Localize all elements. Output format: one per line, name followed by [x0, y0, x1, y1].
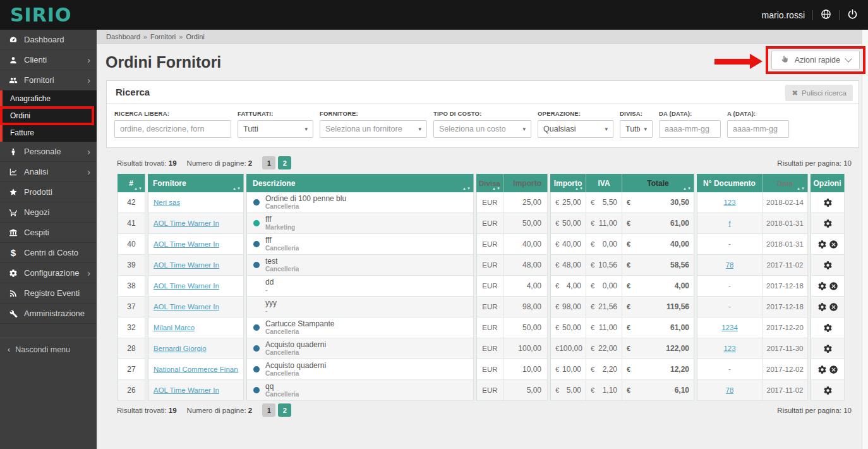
free-search-input[interactable]: [114, 120, 231, 138]
sidebar-item-label: Configurazione: [24, 268, 79, 278]
cell-opt: [811, 234, 845, 255]
sort-arrows-icon[interactable]: ▲▼: [683, 187, 692, 190]
invoiced-select[interactable]: Tutti▾: [238, 120, 313, 138]
scrollbar[interactable]: [862, 30, 868, 449]
cell-importo2: €10,00: [550, 359, 586, 380]
logout-power-button[interactable]: [847, 9, 858, 22]
supplier-link[interactable]: Milani Marco: [154, 324, 195, 331]
sidebar-subitem-anagrafiche[interactable]: Anagrafiche: [3, 90, 97, 108]
row-options-gear-icon[interactable]: [817, 240, 827, 249]
sidebar-item-clienti[interactable]: Clienti›: [0, 50, 97, 70]
sidebar-item-dashboard[interactable]: Dashboard: [0, 30, 97, 50]
row-options-gear-icon[interactable]: [823, 323, 833, 333]
currency-symbol: €: [627, 324, 630, 331]
row-options-gear-icon[interactable]: [823, 386, 833, 395]
sidebar-item-analisi[interactable]: Analisi›: [0, 162, 97, 182]
description-text: Cartucce StampanteCancelleria: [265, 319, 334, 336]
sidebar-subitem-fatture[interactable]: Fatture: [3, 125, 97, 142]
column-header-totale[interactable]: Totale▲▼: [622, 174, 694, 192]
sort-arrows-icon[interactable]: ▲▼: [462, 187, 471, 190]
row-delete-icon[interactable]: [829, 240, 838, 249]
sidebar-item-configurazione[interactable]: Configurazione›: [0, 263, 97, 283]
supplier-link[interactable]: Neri sas: [154, 199, 180, 206]
page-button-2[interactable]: 2: [278, 403, 291, 417]
cell-divisa: EUR: [476, 359, 503, 380]
cost-category: Cancelleria: [265, 349, 326, 357]
sidebar-item-prodotti[interactable]: Prodotti: [0, 182, 97, 202]
document-link[interactable]: 123: [723, 345, 735, 352]
supplier-select[interactable]: Seleziona un fornitore▾: [320, 120, 427, 138]
sort-arrows-icon[interactable]: ▲▼: [797, 187, 805, 190]
date-from-input[interactable]: [659, 120, 721, 138]
page-button-2[interactable]: 2: [278, 156, 291, 169]
cell-num: 37: [118, 297, 145, 317]
row-options-gear-icon[interactable]: [823, 198, 833, 207]
language-globe-button[interactable]: [821, 9, 831, 22]
clear-search-button[interactable]: ✖ Pulisci ricerca: [785, 85, 853, 101]
sidebar-item-amministrazione[interactable]: Amministrazione: [0, 304, 97, 324]
sort-arrows-icon[interactable]: ▲▼: [575, 187, 584, 190]
column-header-num[interactable]: #▲▼: [118, 174, 145, 192]
page-button-1[interactable]: 1: [262, 156, 275, 169]
cost-type-select[interactable]: Seleziona un costo▾: [433, 120, 531, 138]
sidebar-item-registro-eventi[interactable]: Registro Eventi: [0, 283, 97, 304]
sidebar-item-centri-di-costo[interactable]: $Centri di Costo: [0, 243, 97, 263]
supplier-link[interactable]: AOL Time Warner In: [154, 219, 219, 227]
row-delete-icon[interactable]: [829, 281, 838, 291]
supplier-link[interactable]: Bernardi Giorgio: [154, 345, 207, 352]
breadcrumb-item-dashboard[interactable]: Dashboard: [106, 33, 140, 40]
currency-symbol: €: [627, 303, 630, 311]
row-options-gear-icon[interactable]: [817, 365, 827, 374]
document-link[interactable]: 78: [726, 386, 734, 394]
document-link[interactable]: 1234: [721, 324, 738, 331]
breadcrumb-item-fornitori[interactable]: Fornitori: [150, 33, 176, 40]
table-row: 40AOL Time Warner InfffCancelleriaEUR40,…: [118, 234, 850, 255]
currency-symbol: €: [555, 261, 559, 269]
supplier-link[interactable]: National Commerce Financial Cor...: [154, 366, 238, 373]
document-link[interactable]: 123: [723, 199, 735, 206]
document-link[interactable]: f: [728, 219, 730, 227]
quick-actions-button[interactable]: Azioni rapide: [771, 51, 860, 70]
supplier-link[interactable]: AOL Time Warner In: [154, 240, 219, 248]
collapse-menu-button[interactable]: ‹ Nascondi menu: [0, 338, 97, 361]
row-options-gear-icon[interactable]: [823, 261, 833, 270]
currency-select[interactable]: Tutte▾: [620, 120, 653, 138]
sidebar-item-fornitori[interactable]: Fornitori›: [0, 70, 97, 90]
results-per-page: Risultati per pagina: 10: [777, 407, 852, 414]
row-options-gear-icon[interactable]: [817, 302, 827, 312]
sidebar-item-label: Clienti: [24, 55, 47, 65]
supplier-link[interactable]: AOL Time Warner In: [154, 386, 219, 394]
page-button-1[interactable]: 1: [262, 403, 275, 417]
row-options-gear-icon[interactable]: [823, 344, 833, 354]
supplier-link[interactable]: AOL Time Warner In: [154, 282, 219, 290]
sidebar-subitem-ordini[interactable]: Ordini: [3, 108, 97, 125]
column-header-divisa[interactable]: Divisa▲▼: [476, 174, 503, 192]
cell-date: 2017-11-30: [763, 338, 808, 359]
breadcrumb-item-ordini[interactable]: Ordini: [186, 33, 204, 40]
sort-arrows-icon[interactable]: ▲▼: [134, 187, 143, 190]
column-header-fornitore[interactable]: Fornitore▲▼: [148, 174, 244, 192]
row-options-gear-icon[interactable]: [817, 281, 827, 291]
column-header-descrizione[interactable]: Descrizione▲▼: [246, 174, 474, 192]
row-options-gear-icon[interactable]: [823, 219, 833, 228]
supplier-link[interactable]: AOL Time Warner In: [154, 303, 219, 311]
column-header-data[interactable]: Data▲▼: [763, 174, 808, 192]
description-title: Ordine di 100 penne blu: [265, 194, 346, 203]
sidebar-item-personale[interactable]: Personale›: [0, 142, 97, 162]
cell-iva: €21,56: [586, 297, 622, 317]
row-delete-icon[interactable]: [829, 302, 838, 312]
document-link[interactable]: 78: [726, 261, 734, 269]
column-header-importo[interactable]: Importo▲▼: [550, 174, 586, 192]
main-content: Dashboard»Fornitori»Ordini Ordini Fornit…: [97, 30, 868, 449]
gear-icon: [8, 269, 19, 278]
operation-select[interactable]: Qualsiasi▾: [538, 120, 613, 138]
date-to-input[interactable]: [727, 120, 789, 138]
sidebar-item-negozi[interactable]: Negozi: [0, 202, 97, 223]
cell-totale: €4,00: [622, 276, 694, 297]
sort-arrows-icon[interactable]: ▲▼: [232, 187, 241, 190]
sort-arrows-icon[interactable]: ▲▼: [492, 187, 501, 190]
sidebar-item-cespiti[interactable]: Cespiti: [0, 223, 97, 243]
row-delete-icon[interactable]: [829, 365, 838, 374]
supplier-link[interactable]: AOL Time Warner In: [154, 261, 219, 269]
currency-symbol: €: [555, 199, 559, 206]
